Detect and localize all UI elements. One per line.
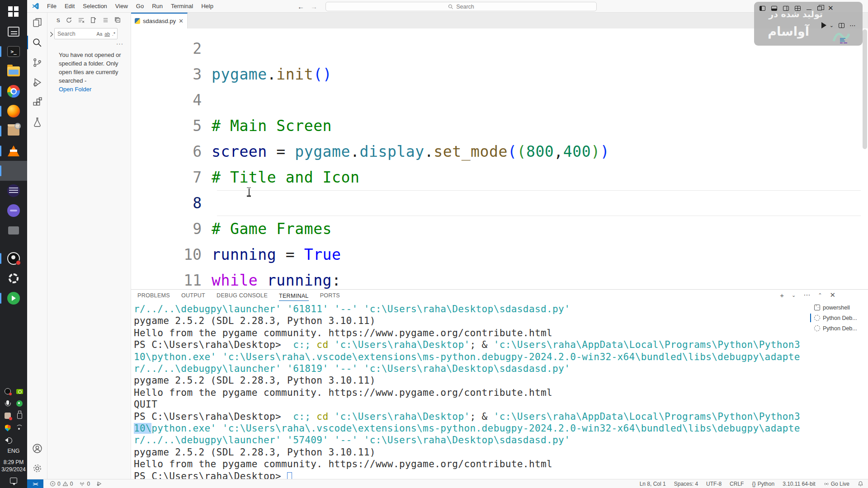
maximize-panel-icon[interactable]: ⌃ [818,292,822,298]
terminal-session[interactable]: powershell [810,302,868,313]
close-tab-icon[interactable]: ✕ [179,18,184,24]
sidebar-item-run-debug[interactable] [27,72,47,92]
settings-button[interactable] [27,458,47,478]
language-indicator[interactable]: ENG [0,448,27,454]
taskbar-app-package-app[interactable] [0,121,27,141]
sidebar-item-source-control[interactable] [27,52,47,72]
taskbar-app-firefox[interactable] [0,101,27,121]
encoding[interactable]: UTF-8 [706,481,722,487]
split-editor-icon[interactable] [839,23,844,28]
regex-toggle[interactable]: .* [112,31,115,37]
taskbar-app-green-app[interactable] [0,288,27,308]
panel-tab-output[interactable]: OUTPUT [181,292,205,299]
taskbar-clock[interactable]: 8:29 PM 3/29/2024 [0,459,27,473]
match-case-toggle[interactable]: Aa [96,31,102,37]
taskbar-app-vscode[interactable] [0,161,27,181]
sidebar-item-testing[interactable] [27,112,47,132]
new-terminal-button[interactable]: + [780,291,784,299]
toggle-primary-sidebar-icon[interactable] [760,6,765,11]
vscode-icon [7,164,20,178]
terminal-session[interactable]: Python Deb... [810,313,868,323]
sidebar-item-explorer[interactable] [27,13,47,33]
terminal-dropdown-icon[interactable]: ⌄ [792,292,796,298]
menu-item-selection[interactable]: Selection [79,3,111,9]
clear-search-results-icon[interactable] [78,17,85,23]
editor-more-actions-icon[interactable]: ⋯ [849,22,856,29]
python-interpreter[interactable]: 3.10.11 64-bit [783,481,816,487]
problems-status[interactable]: 0 0 [50,481,73,487]
taskbar-app-task-view[interactable] [0,22,27,42]
close-icon[interactable]: ✕ [828,5,834,11]
search-input[interactable] [55,30,83,38]
line-number: 4 [131,91,212,109]
tray-nvidia-icon[interactable] [15,387,24,395]
menu-item-terminal[interactable]: Terminal [167,3,197,9]
view-as-list-icon[interactable] [102,17,109,23]
editor-scrollbar[interactable] [863,29,867,149]
taskbar-app-obs[interactable] [0,249,27,268]
run-python-file-icon[interactable] [821,22,826,28]
ports-status[interactable]: 0 [79,481,90,487]
terminal-icon [7,46,20,57]
tray-security-icon[interactable] [4,424,12,432]
menu-item-view[interactable]: View [111,3,132,9]
toggle-replace-icon[interactable] [49,32,53,37]
new-search-editor-icon[interactable] [90,17,97,23]
open-folder-link[interactable]: Open Folder [59,85,123,94]
taskbar-app-file-explorer[interactable] [0,61,27,81]
tray-volume-icon[interactable] [4,436,12,444]
debug-status[interactable] [96,481,102,487]
tray-user-icon[interactable] [4,412,12,420]
nav-forward-icon[interactable]: → [311,3,317,10]
taskbar-app-terminal[interactable] [0,42,27,61]
collapse-all-icon[interactable] [114,17,121,23]
tray-wifi-icon[interactable] [15,424,24,432]
menu-item-run[interactable]: Run [148,3,167,9]
terminal-output[interactable]: r/../..\debugpy\launcher' '61811' '--' '… [134,303,807,479]
accounts-button[interactable] [27,438,47,458]
tray-obs-tray-icon[interactable] [4,387,12,395]
bell-icon[interactable] [858,481,863,487]
tray-green-tray-icon[interactable] [15,399,24,408]
panel-tab-problems[interactable]: PROBLEMS [137,292,170,299]
language-mode[interactable]: {} Python [752,481,774,487]
tray-usb-icon[interactable] [15,412,24,420]
close-panel-icon[interactable]: ✕ [830,291,835,299]
panel-more-icon[interactable]: ⋯ [803,291,810,299]
go-live-button[interactable]: Go Live [824,481,849,487]
notification-center-icon[interactable] [10,478,17,483]
taskbar-app-chrome[interactable] [0,81,27,101]
nav-back-icon[interactable]: ← [297,3,304,10]
eol-sequence[interactable]: CRLF [730,481,744,487]
remote-indicator[interactable]: >< [27,479,43,488]
chrome-icon [7,85,20,98]
sidebar-item-search[interactable] [27,33,47,52]
menu-item-go[interactable]: Go [132,3,148,9]
indentation[interactable]: Spaces: 4 [674,481,698,487]
tab-sdasdasd-py[interactable]: sdasdasd.py ✕ [131,13,188,28]
taskbar-app-start[interactable] [0,2,27,22]
taskbar-app-vlc[interactable] [0,141,27,161]
terminal-line: Hello from the pygame community. https:/… [134,327,807,339]
terminal-session[interactable]: Python Deb... [810,323,868,333]
command-center-search[interactable]: Search [326,2,597,11]
menu-item-edit[interactable]: Edit [61,3,79,9]
taskbar-app-eclipse[interactable] [0,181,27,201]
tray-mic-icon[interactable] [4,399,12,408]
search-details-button[interactable]: ··· [47,40,123,47]
panel-tab-ports[interactable]: PORTS [320,292,340,299]
taskbar-app-purple-app[interactable] [0,201,27,221]
panel-tab-terminal[interactable]: TERMINAL [279,293,309,301]
taskbar-app-misc-app[interactable] [0,221,27,240]
run-dropdown-icon[interactable]: ⌄ [830,23,834,28]
cursor-position[interactable]: Ln 8, Col 1 [640,481,666,487]
panel-tab-debug-console[interactable]: DEBUG CONSOLE [217,292,268,299]
recording-watermark-overlay: ✕ تولید شده در آواسام ⌄ ⋯ [754,2,863,46]
taskbar-app-settings[interactable] [0,268,27,288]
whole-word-toggle[interactable]: ab [104,31,110,37]
menu-item-file[interactable]: File [43,3,61,9]
menu-item-help[interactable]: Help [197,3,217,9]
refresh-icon[interactable] [66,17,72,23]
code-editor[interactable]: 23pygame.init()45# Main Screen6screen = … [131,28,868,289]
sidebar-item-extensions[interactable] [27,92,47,112]
